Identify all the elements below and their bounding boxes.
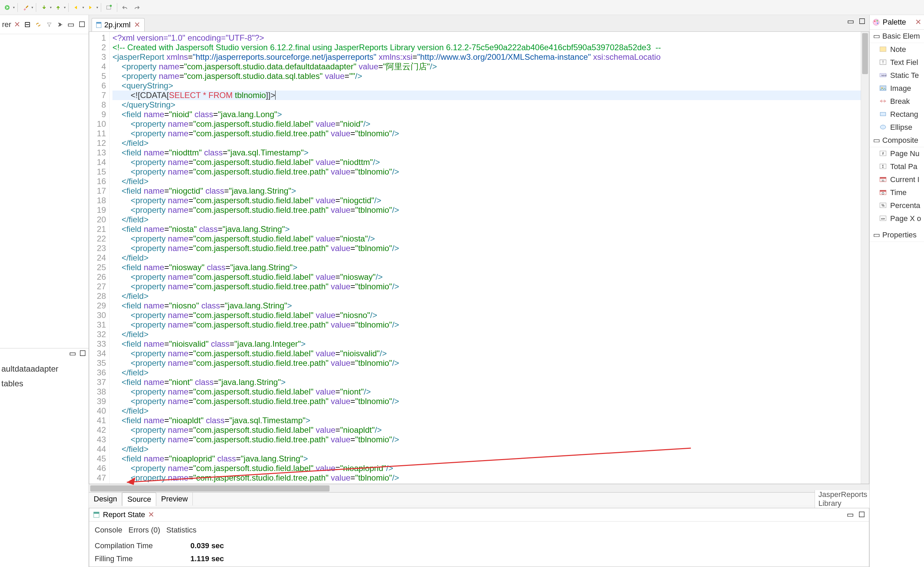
explorer-tab[interactable]: rer: [2, 20, 11, 29]
vertical-scrollbar[interactable]: [861, 32, 869, 484]
tab-design[interactable]: Design: [89, 492, 122, 506]
palette-group[interactable]: ▭ Composite: [870, 134, 924, 147]
palette-item[interactable]: Image: [870, 82, 924, 95]
code-line[interactable]: <property name="com.jaspersoft.studio.fi…: [113, 196, 861, 205]
tree-icon[interactable]: [56, 20, 65, 29]
code-line[interactable]: </field>: [113, 330, 861, 339]
dropdown-icon[interactable]: ▾: [50, 6, 52, 9]
editor-tab[interactable]: 2p.jrxml ✕: [92, 18, 144, 32]
new-window-icon[interactable]: [104, 2, 114, 13]
code-line[interactable]: </field>: [113, 444, 861, 454]
list-item[interactable]: tables: [2, 376, 87, 391]
code-line[interactable]: </field>: [113, 368, 861, 377]
palette-item[interactable]: labelStatic Te: [870, 69, 924, 82]
palette-item[interactable]: %Percenta: [870, 199, 924, 212]
palette-item[interactable]: #/#Page X o: [870, 212, 924, 225]
palette-item[interactable]: 31Current I: [870, 173, 924, 186]
palette-item[interactable]: Note: [870, 43, 924, 56]
back-icon[interactable]: [71, 2, 82, 13]
filter-icon[interactable]: [45, 20, 54, 29]
code-line[interactable]: <property name="com.jaspersoft.studio.fi…: [113, 349, 861, 358]
code-line[interactable]: <property name="com.jaspersoft.studio.fi…: [113, 435, 861, 444]
code-line[interactable]: <field name="nioaploprid" class="java.la…: [113, 454, 861, 464]
code-line[interactable]: <field name="niogctid" class="java.lang.…: [113, 186, 861, 196]
subtab[interactable]: Console: [95, 526, 122, 534]
palette-item[interactable]: Time: [870, 186, 924, 199]
code-line[interactable]: <field name="niosway" class="java.lang.S…: [113, 262, 861, 272]
dropdown-icon[interactable]: ▾: [64, 6, 66, 9]
redo-icon[interactable]: [132, 2, 142, 13]
code-line[interactable]: <field name="niont" class="java.lang.Str…: [113, 377, 861, 387]
code-line[interactable]: <property name="com.jaspersoft.studio.fi…: [113, 464, 861, 473]
dropdown-icon[interactable]: ▾: [13, 6, 15, 9]
code-editor[interactable]: <?xml version="1.0" encoding="UTF-8"?><!…: [110, 32, 861, 484]
code-line[interactable]: <property name="com.jaspersoft.studio.fi…: [113, 282, 861, 291]
code-line[interactable]: <property name="com.jaspersoft.studio.fi…: [113, 234, 861, 243]
code-line[interactable]: <property name="com.jaspersoft.studio.fi…: [113, 158, 861, 167]
maximize-icon[interactable]: ☐: [78, 349, 87, 358]
dropdown-icon[interactable]: ▾: [32, 6, 33, 9]
code-line[interactable]: <property name="com.jaspersoft.studio.fi…: [113, 473, 861, 483]
link-icon[interactable]: [34, 20, 43, 29]
code-line[interactable]: <property name="com.jaspersoft.studio.fi…: [113, 320, 861, 330]
close-icon[interactable]: ✕: [14, 20, 20, 29]
code-line[interactable]: <property name="com.jaspersoft.studio.fi…: [113, 243, 861, 253]
code-line[interactable]: <field name="niosta" class="java.lang.St…: [113, 224, 861, 234]
subtab[interactable]: Errors (0): [128, 526, 160, 534]
code-line[interactable]: <?xml version="1.0" encoding="UTF-8"?>: [113, 33, 861, 43]
code-line[interactable]: <property name="com.jaspersoft.studio.fi…: [113, 205, 861, 215]
code-line[interactable]: <property name="com.jaspersoft.studio.da…: [113, 71, 861, 81]
run-icon[interactable]: [2, 2, 12, 13]
horizontal-scrollbar[interactable]: [89, 484, 869, 492]
code-line[interactable]: </queryString>: [113, 100, 861, 110]
code-line[interactable]: <queryString>: [113, 81, 861, 90]
tab-preview[interactable]: Preview: [156, 492, 193, 506]
code-line[interactable]: </field>: [113, 177, 861, 186]
code-line[interactable]: <property name="com.jaspersoft.studio.fi…: [113, 129, 861, 138]
undo-icon[interactable]: [120, 2, 130, 13]
list-item[interactable]: aultdataadapter: [2, 362, 87, 376]
palette-item[interactable]: #Page Nu: [870, 147, 924, 160]
code-line[interactable]: <jasperReport xmlns="http://jasperreport…: [113, 52, 861, 62]
close-icon[interactable]: ✕: [915, 18, 921, 27]
code-line[interactable]: </field>: [113, 138, 861, 148]
code-line[interactable]: </field>: [113, 253, 861, 262]
brush-icon[interactable]: [21, 2, 31, 13]
tab-source[interactable]: Source: [122, 492, 156, 506]
report-state-tab[interactable]: Report State: [103, 510, 145, 519]
minimize-icon[interactable]: ▭: [846, 510, 855, 519]
minimize-icon[interactable]: ▭: [67, 20, 75, 29]
minimize-icon[interactable]: ▭: [68, 349, 77, 358]
maximize-icon[interactable]: ☐: [78, 20, 86, 29]
palette-item[interactable]: Ellipse: [870, 121, 924, 134]
code-line[interactable]: <field name="niosno" class="java.lang.St…: [113, 301, 861, 310]
code-line[interactable]: <field name="nioid" class="java.lang.Lon…: [113, 110, 861, 119]
code-line[interactable]: <property name="com.jaspersoft.studio.fi…: [113, 310, 861, 320]
code-line[interactable]: <property name="com.jaspersoft.studio.da…: [113, 62, 861, 71]
code-line[interactable]: <property name="com.jaspersoft.studio.fi…: [113, 358, 861, 368]
maximize-icon[interactable]: ☐: [858, 17, 867, 26]
code-line[interactable]: <field name="nioapldt" class="java.sql.T…: [113, 416, 861, 425]
code-line[interactable]: <property name="com.jaspersoft.studio.fi…: [113, 425, 861, 435]
subtab[interactable]: Statistics: [167, 526, 197, 534]
code-line[interactable]: </field>: [113, 291, 861, 301]
code-line[interactable]: <field name="niodttm" class="java.sql.Ti…: [113, 148, 861, 158]
code-line[interactable]: <property name="com.jaspersoft.studio.fi…: [113, 396, 861, 406]
dropdown-icon[interactable]: ▾: [83, 6, 84, 9]
code-line[interactable]: </field>: [113, 406, 861, 416]
code-line[interactable]: <![CDATA[SELECT * FROM tblnomio]]>: [113, 90, 861, 100]
palette-group[interactable]: ▭ Basic Elem: [870, 30, 924, 43]
collapse-icon[interactable]: ⊟: [23, 20, 32, 29]
palette-item[interactable]: TText Fiel: [870, 56, 924, 69]
code-line[interactable]: </field>: [113, 215, 861, 224]
minimize-icon[interactable]: ▭: [846, 17, 855, 26]
code-line[interactable]: <property name="com.jaspersoft.studio.fi…: [113, 387, 861, 396]
code-line[interactable]: <property name="com.jaspersoft.studio.fi…: [113, 167, 861, 177]
dropdown-icon[interactable]: ▾: [96, 6, 98, 9]
palette-item[interactable]: Rectang: [870, 108, 924, 121]
close-icon[interactable]: ✕: [148, 510, 154, 519]
palette-item[interactable]: ΣTotal Pa: [870, 160, 924, 173]
arrow-down-icon[interactable]: [39, 2, 49, 13]
code-line[interactable]: <property name="com.jaspersoft.studio.fi…: [113, 272, 861, 282]
palette-item[interactable]: Break: [870, 95, 924, 108]
